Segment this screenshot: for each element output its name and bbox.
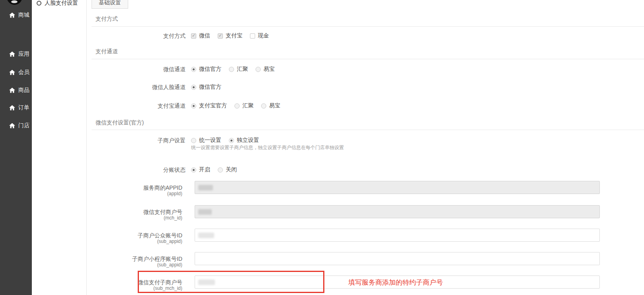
sidebar-item-label: 商城 xyxy=(18,12,29,19)
radio-huiju[interactable]: 汇聚 xyxy=(229,66,248,73)
app-window: 商城 应用 会员 商品 订单 门店 人脸支付设置 基础设置 xyxy=(0,0,644,295)
sidebar-item-apps[interactable]: 应用 xyxy=(0,50,32,58)
redacted-value-mask xyxy=(198,209,212,215)
form-row-wechat-channel: 微信通道 微信官方 汇聚 易宝 xyxy=(87,65,644,73)
checkbox-checked-icon[interactable] xyxy=(191,33,196,39)
checkbox-alipay[interactable]: 支付宝 xyxy=(218,32,242,39)
home-icon xyxy=(9,105,15,111)
field-label: 微信支付商户号 xyxy=(87,209,182,215)
input-appid xyxy=(195,181,600,194)
sidebar-item-orders[interactable]: 订单 xyxy=(0,104,32,112)
radio-label: 独立设置 xyxy=(237,137,259,144)
field-sublabel: (appId) xyxy=(87,191,182,197)
annotation-text: 填写服务商添加的特约子商户号 xyxy=(348,278,443,287)
submenu-item-face-pay-settings[interactable]: 人脸支付设置 xyxy=(32,0,86,8)
checkbox-wechat[interactable]: 微信 xyxy=(191,32,210,39)
radio-unselected-icon[interactable] xyxy=(234,103,240,109)
section-title-pay-channel: 支付通道 xyxy=(96,48,118,55)
sidebar-item-goods[interactable]: 商品 xyxy=(0,86,32,94)
radio-label: 支付宝官方 xyxy=(199,102,227,109)
radio-label: 易宝 xyxy=(263,66,275,73)
radio-unselected-icon[interactable] xyxy=(261,103,266,109)
form-row-appid: 服务商的APPID (appId) xyxy=(87,181,644,194)
radio-alipay-yibao[interactable]: 易宝 xyxy=(261,102,280,109)
home-icon xyxy=(9,123,15,128)
radio-unselected-icon[interactable] xyxy=(256,67,261,72)
section-title-pay-method: 支付方式 xyxy=(96,16,118,23)
logo-gleam xyxy=(11,0,18,3)
sidebar-item-label: 会员 xyxy=(18,69,29,76)
radio-label: 开启 xyxy=(199,166,210,173)
checkbox-label: 微信 xyxy=(199,32,210,39)
form-label: 支付方式 xyxy=(87,33,185,40)
sidebar-item-label: 订单 xyxy=(18,104,29,111)
form-label: 分账状态 xyxy=(87,167,185,174)
redacted-value-mask xyxy=(198,185,213,190)
form-row-alipay-channel: 支付宝通道 支付宝官方 汇聚 易宝 xyxy=(87,102,644,110)
radio-selected-icon[interactable] xyxy=(191,67,196,72)
radio-label: 统一设置 xyxy=(199,137,221,144)
sidebar-item-label: 门店 xyxy=(18,122,29,129)
secondary-sidebar: 人脸支付设置 xyxy=(32,0,87,295)
radio-label: 微信官方 xyxy=(199,83,221,91)
radio-selected-icon[interactable] xyxy=(191,85,196,90)
checkbox-cash[interactable]: 现金 xyxy=(250,32,269,39)
radio-unselected-icon[interactable] xyxy=(191,138,196,143)
radio-unselected-icon[interactable] xyxy=(218,167,223,173)
form-label: 微信通道 xyxy=(87,66,185,73)
radio-wechat-official[interactable]: 微信官方 xyxy=(191,66,221,73)
sub-merchant-hint: 统一设置需要设置子商户信息，独立设置子商户信息在每个门店单独设置 xyxy=(191,144,344,151)
sidebar-item-stores[interactable]: 门店 xyxy=(0,122,32,130)
field-sublabel: (sub_mch_id) xyxy=(87,285,182,291)
radio-split-on[interactable]: 开启 xyxy=(191,166,210,173)
section-title-wechat-pay-settings: 微信支付设置(官方) xyxy=(96,119,144,126)
radio-selected-icon[interactable] xyxy=(191,167,196,173)
radio-label: 关闭 xyxy=(226,166,237,173)
radio-label: 汇聚 xyxy=(242,102,254,109)
logo[interactable] xyxy=(7,0,22,5)
home-icon xyxy=(9,87,15,93)
checkbox-checked-icon[interactable] xyxy=(218,33,223,39)
sidebar-item-mall[interactable]: 商城 xyxy=(0,11,32,19)
radio-label: 易宝 xyxy=(269,102,280,109)
checkbox-unchecked-icon[interactable] xyxy=(250,33,255,39)
radio-label: 微信官方 xyxy=(199,66,221,73)
section-divider xyxy=(92,59,644,59)
radio-independent-setting[interactable]: 独立设置 xyxy=(229,137,259,144)
redacted-value-mask xyxy=(198,279,215,285)
radio-split-off[interactable]: 关闭 xyxy=(218,166,237,173)
input-sub-appid[interactable] xyxy=(195,229,600,242)
home-icon xyxy=(9,12,15,18)
field-sublabel: (mch_id) xyxy=(87,215,182,221)
radio-unified-setting[interactable]: 统一设置 xyxy=(191,137,221,144)
field-label: 子商户小程序账号ID xyxy=(87,256,182,262)
form-row-sub-merchant-setting: 子商户设置 统一设置 独立设置 统一设置需要设置子商户信息，独立设置子商户信息在… xyxy=(87,136,644,152)
radio-label: 汇聚 xyxy=(237,66,248,73)
home-icon xyxy=(9,70,15,75)
form-row-mch-id: 微信支付商户号 (mch_id) xyxy=(87,205,644,218)
submenu-item-label: 人脸支付设置 xyxy=(45,0,78,7)
radio-selected-icon[interactable] xyxy=(229,138,234,143)
sidebar-item-members[interactable]: 会员 xyxy=(0,68,32,76)
field-label: 微信支付子商户号 xyxy=(87,279,182,285)
redacted-value-mask xyxy=(198,233,214,238)
radio-unselected-icon[interactable] xyxy=(229,67,234,72)
form-row-split-status: 分账状态 开启 关闭 xyxy=(87,166,644,174)
form-label: 微信人脸通道 xyxy=(87,84,185,91)
radio-face-wechat-official[interactable]: 微信官方 xyxy=(191,83,221,91)
radio-selected-icon[interactable] xyxy=(191,103,196,109)
sidebar-item-label: 商品 xyxy=(18,87,29,94)
section-divider xyxy=(92,26,644,27)
tab-basic-settings[interactable]: 基础设置 xyxy=(92,0,128,9)
form-label: 子商户设置 xyxy=(87,137,185,144)
form-row-sub-appid: 子商户公众账号ID (sub_appid) xyxy=(87,229,644,242)
checkbox-label: 支付宝 xyxy=(226,32,242,39)
input-mch-id xyxy=(195,205,600,218)
sidebar-item-label: 应用 xyxy=(18,50,29,58)
form-label: 支付宝通道 xyxy=(87,103,185,110)
circle-bullet-icon xyxy=(37,1,41,6)
radio-alipay-huiju[interactable]: 汇聚 xyxy=(234,102,254,109)
radio-alipay-official[interactable]: 支付宝官方 xyxy=(191,102,227,109)
input-sub-miniprogram-appid[interactable] xyxy=(195,252,600,265)
radio-yibao[interactable]: 易宝 xyxy=(256,66,275,73)
